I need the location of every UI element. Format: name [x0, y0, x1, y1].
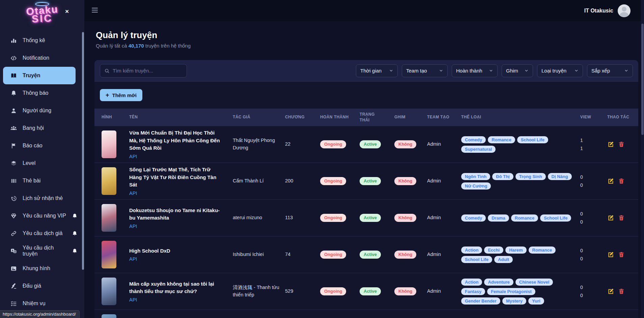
sidebar-item-label: Notification — [23, 55, 49, 61]
delete-button[interactable] — [618, 178, 625, 184]
filter-select-th-i-gian[interactable]: Thời gian — [356, 64, 398, 77]
story-cover[interactable] — [102, 204, 116, 232]
genre-tag[interactable]: Yuri — [528, 297, 544, 305]
genre-tag[interactable]: Trọng Sinh — [515, 173, 546, 180]
genre-tag[interactable]: School Life — [461, 256, 492, 263]
story-author: Thất Nguyệt Phong Dương — [233, 137, 285, 152]
genre-tag[interactable]: Chinese Novel — [515, 279, 553, 286]
stories-card: Thời gianTeam tạoHoàn thànhGhimLoại truy… — [94, 60, 638, 318]
story-author: 清酒浅辄 - Thanh tửu thiển triếp — [233, 284, 285, 299]
genre-tag[interactable]: Ecchi — [484, 247, 503, 254]
filter-select-s-p-x-p[interactable]: Sắp xếp — [587, 64, 633, 77]
search-box[interactable] — [100, 64, 187, 78]
sidebar-item-th-ng-k-[interactable]: Thống kê — [0, 32, 84, 49]
view-count-total: 0 — [580, 248, 583, 253]
story-title: Sống Lại Trước Mạt Thế, Tích Trữ Hàng Tỷ… — [129, 166, 228, 189]
sidebar-item-ng-i-d-ng[interactable]: Người dùng — [0, 102, 84, 119]
genre-tag[interactable]: Romance — [488, 136, 515, 143]
filter-select-team-t-o[interactable]: Team tạo — [402, 64, 448, 77]
api-link[interactable]: API — [129, 297, 137, 302]
genre-tag[interactable]: Romance — [511, 214, 538, 222]
window-scrollbar[interactable] — [641, 24, 644, 135]
users-icon — [10, 125, 17, 132]
story-author: Cẩm Thành Lí — [233, 177, 285, 185]
genre-tag[interactable]: Female Protagonist — [487, 288, 535, 295]
sidebar-scrollbar[interactable] — [82, 32, 84, 270]
genre-tag[interactable]: Adventure — [484, 279, 513, 286]
genre-tag[interactable]: Action — [461, 247, 482, 254]
sidebar-item-truy-n[interactable]: Truyện — [3, 67, 76, 84]
status-badge: Active — [360, 287, 381, 295]
genre-tag[interactable]: Harem — [505, 247, 526, 254]
genre-tag[interactable]: Comedy — [461, 214, 486, 222]
sidebar-item--u-gi-[interactable]: Đấu giá — [0, 277, 84, 295]
delete-button[interactable] — [618, 214, 625, 221]
sidebar-item-y-u-c-u-n-ng-vip[interactable]: Yêu cầu nâng VIP — [0, 207, 84, 225]
sidebar-item-th-ng-b-o[interactable]: Thông báo — [0, 84, 84, 102]
genre-tag[interactable]: Fantasy — [461, 288, 485, 295]
story-title: Vừa Mới Chuẩn Bị Thi Đại Học Thôi Mà, Hệ… — [129, 129, 228, 152]
filter-select-ghim[interactable]: Ghim — [502, 64, 533, 77]
edit-button[interactable] — [607, 141, 614, 148]
story-cover[interactable] — [102, 278, 116, 305]
search-input[interactable] — [113, 68, 183, 74]
sidebar-item-th-b-i[interactable]: Thẻ bài — [0, 172, 84, 190]
genre-tag[interactable]: Ngôn Tình — [461, 173, 490, 180]
view-count: 11 — [580, 136, 607, 153]
edit-button[interactable] — [607, 288, 614, 295]
genre-tag[interactable]: Đô Thị — [492, 173, 513, 180]
genre-tag[interactable]: Action — [461, 279, 482, 286]
genre-tag[interactable]: Supernatural — [461, 146, 496, 153]
story-cover[interactable] — [102, 241, 116, 268]
api-link[interactable]: API — [129, 191, 137, 196]
delete-button[interactable] — [618, 251, 625, 258]
sidebar-item-y-u-c-u-d-ch-truy-n[interactable]: Yêu cầu dịch truyện — [0, 242, 84, 260]
sidebar-item-b-o-c-o[interactable]: Báo cáo — [0, 137, 84, 154]
genre-tag[interactable]: Mystery — [502, 297, 526, 305]
user-avatar[interactable] — [618, 4, 631, 17]
table-row — [94, 310, 638, 318]
delete-button[interactable] — [618, 141, 625, 148]
sidebar-item-y-u-c-u-d-ch-gi-[interactable]: Yêu cầu dịch giả — [0, 225, 84, 242]
story-cover[interactable] — [102, 314, 116, 318]
hamburger-menu-icon[interactable] — [92, 7, 99, 14]
api-link[interactable]: API — [129, 154, 137, 159]
window-scrollbar-track — [641, 0, 644, 318]
api-link[interactable]: API — [129, 256, 137, 262]
genre-tag[interactable]: Adult — [494, 256, 513, 263]
genre-tag[interactable]: Nữ Cường — [461, 182, 491, 190]
edit-button[interactable] — [607, 178, 614, 184]
filter-select-ho-n-th-nh[interactable]: Hoàn thành — [452, 64, 498, 77]
history-icon — [10, 195, 17, 202]
api-link[interactable]: API — [129, 224, 137, 229]
edit-button[interactable] — [607, 251, 614, 258]
story-cover[interactable] — [102, 167, 116, 195]
sidebar-item-khung-h-nh[interactable]: Khung hình — [0, 260, 84, 277]
sidebar-item-level[interactable]: Level — [0, 154, 84, 172]
genre-tag[interactable]: Dị Năng — [548, 173, 572, 180]
story-chapters: 529 — [285, 288, 320, 295]
add-story-button[interactable]: + Thêm mới — [100, 89, 142, 101]
genre-tag[interactable]: Comedy — [461, 136, 486, 143]
genre-tag[interactable]: School Life — [540, 214, 571, 222]
sidebar-close-icon[interactable]: × — [65, 8, 69, 15]
completion-badge: Ongoing — [320, 140, 346, 148]
sidebar-item-bang-h-i[interactable]: Bang hội — [0, 119, 84, 137]
story-cover[interactable] — [102, 131, 116, 158]
genre-tags: Ngôn TìnhĐô ThịTrọng SinhDị NăngNữ Cường — [461, 169, 576, 194]
edit-button[interactable] — [607, 214, 614, 221]
sidebar-item-nhi-m-v-[interactable]: Nhiệm vụ — [0, 295, 84, 312]
genre-tag[interactable]: Romance — [529, 247, 556, 254]
subtitle-prefix: Quản lý tất cả — [96, 43, 129, 49]
genre-tag[interactable]: Drama — [488, 214, 509, 222]
sidebar-item-l-ch-s-nh-n-th-[interactable]: Lịch sử nhận thẻ — [0, 190, 84, 207]
genre-tag[interactable]: Gender Bender — [461, 297, 500, 305]
sidebar-item-notification[interactable]: Notification — [0, 49, 84, 67]
genre-tag[interactable]: School Life — [517, 136, 548, 143]
tasks-icon — [10, 300, 17, 307]
code-icon — [10, 55, 17, 61]
delete-button[interactable] — [618, 288, 625, 295]
filter-select-lo-i-truy-n[interactable]: Loại truyện — [537, 64, 583, 77]
bell-badge-icon — [72, 231, 78, 236]
bell-badge-icon — [72, 248, 78, 254]
